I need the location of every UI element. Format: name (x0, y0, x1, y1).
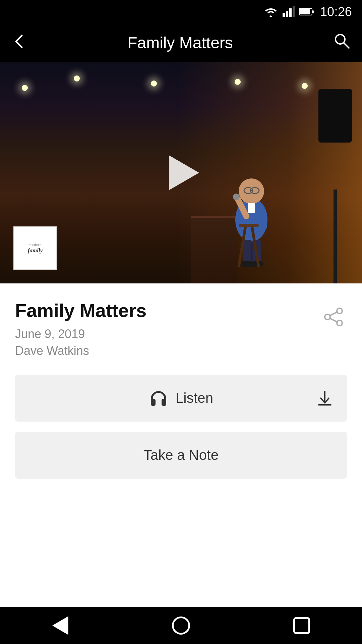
svg-rect-6 (312, 10, 314, 13)
home-nav-icon (172, 616, 190, 635)
video-thumbnail: modern family (13, 226, 57, 270)
download-icon (316, 389, 334, 407)
status-bar: 10:26 (0, 0, 362, 23)
ceiling-lights (0, 62, 362, 129)
svg-point-25 (337, 308, 342, 314)
svg-rect-18 (248, 203, 255, 213)
recent-nav-button[interactable] (282, 612, 322, 639)
back-nav-icon (52, 616, 68, 635)
wifi-icon (264, 6, 278, 17)
svg-line-29 (330, 318, 337, 322)
svg-rect-5 (300, 9, 310, 14)
svg-line-28 (330, 312, 337, 316)
svg-line-8 (344, 43, 349, 48)
stool (229, 224, 269, 267)
svg-point-16 (233, 194, 240, 200)
back-nav-button[interactable] (40, 612, 80, 639)
listen-button[interactable]: Listen (15, 375, 347, 422)
search-button[interactable] (334, 33, 350, 53)
time-display: 10:26 (320, 5, 352, 19)
back-button[interactable] (12, 34, 27, 52)
thumbnail-modern: modern (28, 242, 43, 247)
svg-rect-22 (239, 224, 259, 227)
svg-line-23 (239, 227, 245, 267)
video-section[interactable]: modern family (0, 62, 362, 283)
svg-line-24 (252, 227, 259, 267)
share-icon (323, 307, 344, 327)
page-title: Family Matters (34, 34, 327, 52)
sermon-date: June 9, 2019 (15, 327, 320, 341)
recent-nav-icon (293, 617, 310, 634)
svg-point-26 (337, 320, 342, 326)
download-button[interactable] (316, 389, 334, 407)
svg-rect-3 (293, 6, 295, 17)
speaker-box (318, 89, 352, 143)
home-nav-button[interactable] (161, 612, 201, 639)
share-button[interactable] (320, 304, 347, 330)
sermon-title: Family Matters (15, 300, 320, 321)
svg-rect-1 (286, 11, 288, 17)
play-button[interactable] (161, 153, 201, 193)
content-section: Family Matters June 9, 2019 Dave Watkins… (0, 283, 362, 502)
content-header: Family Matters June 9, 2019 Dave Watkins (15, 300, 347, 358)
headphones-icon (149, 389, 168, 407)
speaker-stand (334, 190, 337, 283)
svg-point-27 (325, 314, 330, 320)
nav-bar: Family Matters (0, 23, 362, 62)
signal-icon (283, 6, 295, 17)
take-note-button[interactable]: Take a Note (15, 432, 347, 479)
thumbnail-family: family (28, 247, 43, 254)
thumbnail-label: modern family (28, 242, 43, 254)
note-label: Take a Note (143, 447, 219, 463)
battery-icon (299, 7, 314, 16)
svg-rect-2 (289, 8, 292, 17)
listen-label: Listen (176, 390, 213, 406)
play-triangle-icon (169, 155, 199, 190)
bottom-nav (0, 607, 362, 644)
svg-point-10 (239, 178, 264, 204)
status-icons (264, 6, 314, 17)
content-info: Family Matters June 9, 2019 Dave Watkins (15, 300, 320, 358)
svg-rect-0 (283, 13, 285, 17)
sermon-speaker: Dave Watkins (15, 344, 320, 358)
